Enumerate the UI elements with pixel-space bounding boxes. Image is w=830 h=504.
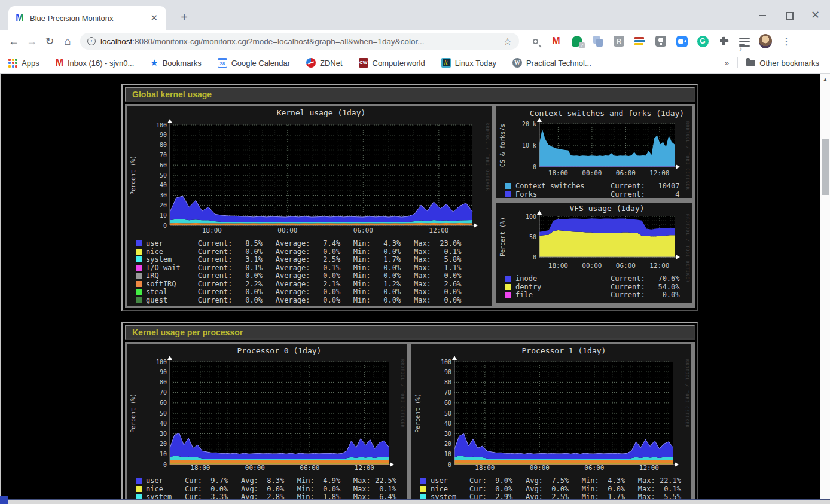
calendar-icon: 28 — [218, 58, 227, 68]
svg-text:VFS usage (1day): VFS usage (1day) — [569, 204, 644, 213]
svg-text:12:00: 12:00 — [649, 262, 669, 270]
bookmarks-divider — [737, 57, 738, 68]
chrome-menu-icon[interactable]: ⋮ — [780, 35, 793, 48]
site-info-icon[interactable]: i — [87, 37, 96, 45]
url-path: :8080/monitorix-cgi/monitorix.cgi?mode=l… — [132, 37, 424, 46]
svg-text:60: 60 — [160, 399, 167, 406]
svg-text:Kernel usage (1day): Kernel usage (1day) — [277, 108, 366, 117]
svg-text:RRDTOOL / TOBI OETIKER: RRDTOOL / TOBI OETIKER — [685, 359, 689, 428]
svg-text:Context switches and forks (1: Context switches and forks (1day) — [530, 109, 684, 118]
svg-text:40: 40 — [160, 420, 167, 427]
star-icon: ★ — [150, 57, 158, 68]
processor-1-graph[interactable]: 010203040506070809010018:0000:0006:0012:… — [411, 344, 691, 504]
svg-text:90: 90 — [160, 369, 167, 375]
processor-0-graph[interactable]: 010203040506070809010018:0000:0006:0012:… — [127, 344, 407, 504]
svg-text:90: 90 — [444, 369, 451, 375]
section-title: Kernel usage per processor — [125, 325, 695, 340]
svg-text:0: 0 — [163, 462, 167, 468]
address-bar[interactable]: i localhost:8080/monitorix-cgi/monitorix… — [80, 33, 519, 50]
svg-text:100: 100 — [156, 122, 167, 129]
bookmark-bookmarks[interactable]: ★ Bookmarks — [150, 57, 201, 68]
r-extension-icon[interactable]: R — [612, 35, 625, 48]
bookmark-linux-today[interactable]: lt Linux Today — [441, 58, 496, 68]
svg-text:18:00: 18:00 — [548, 262, 568, 270]
svg-text:00:00: 00:00 — [582, 262, 602, 270]
home-button[interactable]: ⌂ — [59, 32, 77, 50]
kernel-usage-graph[interactable]: 010203040506070809010018:0000:0006:0012:… — [127, 106, 492, 306]
window-close-button[interactable]: ✕ — [811, 11, 819, 19]
svg-text:RRDTOOL / TOBI OETIKER: RRDTOOL / TOBI OETIKER — [485, 123, 490, 191]
svg-text:12:00: 12:00 — [355, 464, 374, 472]
gmail-extension-icon[interactable]: M — [550, 35, 563, 48]
svg-text:90: 90 — [160, 132, 167, 138]
section-kernel-usage-per-processor: Kernel usage per processor 0102030405060… — [121, 322, 698, 504]
svg-text:30: 30 — [444, 430, 451, 437]
reload-button[interactable]: ↻ — [41, 32, 59, 50]
new-tab-button[interactable]: + — [177, 11, 191, 25]
profile-avatar[interactable] — [759, 35, 772, 48]
svg-text:00:00: 00:00 — [245, 464, 265, 472]
browser-toolbar: ← → ↻ ⌂ i localhost:8080/monitorix-cgi/m… — [0, 30, 830, 53]
svg-text:06:00: 06:00 — [616, 169, 636, 177]
search-icon[interactable] — [529, 35, 542, 48]
svg-text:50: 50 — [529, 234, 536, 240]
window-minimize-button[interactable] — [758, 11, 767, 19]
svg-text:100: 100 — [441, 359, 451, 365]
zdnet-icon — [306, 58, 316, 68]
bookmark-computerworld[interactable]: CW Computerworld — [359, 58, 425, 68]
linux-today-icon: lt — [441, 58, 451, 68]
svg-text:60: 60 — [160, 162, 167, 169]
vertical-scrollbar[interactable]: ▲ — [820, 74, 830, 504]
grammarly-extension-icon[interactable]: G — [696, 35, 709, 48]
bookmark-google-calendar[interactable]: 28 Google Calendar — [218, 58, 290, 68]
svg-text:12:00: 12:00 — [429, 227, 448, 234]
scroll-up-arrow-icon[interactable]: ▲ — [820, 77, 830, 82]
svg-text:80: 80 — [160, 379, 167, 386]
extensions-row: M ? R G ♪ ⋮ — [529, 35, 793, 48]
svg-text:RRDTOOL / TOBI OETIKER: RRDTOOL / TOBI OETIKER — [685, 121, 690, 190]
bookmarks-overflow-chevron[interactable]: » — [725, 58, 730, 68]
svg-text:30: 30 — [160, 192, 167, 198]
folder-icon — [746, 60, 755, 66]
hangouts-extension-icon[interactable]: ? — [570, 35, 584, 48]
svg-text:06:00: 06:00 — [584, 464, 604, 472]
section-global-kernel-usage: Global kernel usage 01020304050607080901… — [121, 84, 698, 311]
lamp-extension-icon[interactable] — [654, 35, 667, 48]
svg-text:40: 40 — [160, 182, 167, 188]
window-left-edge — [0, 74, 1, 504]
svg-text:18:00: 18:00 — [190, 464, 210, 472]
forward-button[interactable]: → — [23, 32, 41, 50]
svg-text:Processor 0 (1day): Processor 0 (1day) — [237, 346, 322, 355]
books-extension-icon[interactable] — [633, 35, 646, 48]
svg-text:0: 0 — [448, 462, 451, 468]
playlist-icon[interactable]: ♪ — [738, 35, 751, 48]
wordpress-icon: W — [512, 58, 522, 68]
svg-text:18:00: 18:00 — [475, 464, 495, 472]
svg-text:20 k: 20 k — [522, 121, 536, 127]
tab-close-icon[interactable]: ✕ — [148, 13, 160, 23]
svg-text:Percent (%): Percent (%) — [130, 393, 136, 433]
zoom-camera-extension-icon[interactable] — [675, 35, 688, 48]
window-maximize-button[interactable] — [785, 11, 793, 19]
context-switches-graph[interactable]: 010 k20 k18:0000:0006:0012:00Context swi… — [496, 106, 692, 198]
svg-text:Processor 1 (1day): Processor 1 (1day) — [522, 346, 606, 355]
extensions-puzzle-icon[interactable] — [717, 35, 730, 48]
svg-text:06:00: 06:00 — [353, 227, 373, 234]
svg-text:0: 0 — [533, 164, 536, 170]
bookmark-practical-technology[interactable]: W Practical Technol... — [512, 58, 591, 68]
vfs-usage-graph[interactable]: 05010018:0000:0006:0012:00VFS usage (1da… — [496, 203, 692, 303]
svg-text:00:00: 00:00 — [530, 464, 550, 472]
copy-pages-extension-icon[interactable] — [591, 35, 605, 48]
bookmark-apps[interactable]: Apps — [8, 59, 39, 68]
svg-text:10 k: 10 k — [522, 142, 536, 149]
svg-text:RRDTOOL / TOBI OETIKER: RRDTOOL / TOBI OETIKER — [685, 214, 690, 283]
scrollbar-thumb[interactable] — [822, 139, 829, 195]
bookmark-star-icon[interactable]: ☆ — [504, 36, 512, 47]
url-text[interactable]: localhost:8080/monitorix-cgi/monitorix.c… — [100, 37, 504, 46]
svg-text:10: 10 — [160, 212, 167, 219]
browser-tab[interactable]: M Blue Precision Monitorix ✕ — [8, 6, 166, 30]
bookmark-zdnet[interactable]: ZDNet — [306, 58, 343, 68]
bookmark-inbox[interactable]: M Inbox (16) - sjvn0... — [56, 57, 135, 68]
back-button[interactable]: ← — [5, 32, 23, 50]
other-bookmarks[interactable]: Other bookmarks — [746, 59, 819, 68]
